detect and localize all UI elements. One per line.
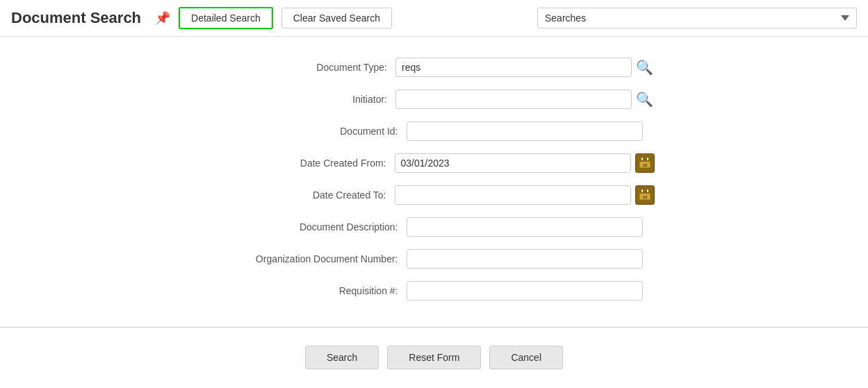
input-wrap-document-id — [407, 121, 643, 141]
label-document-type: Document Type: — [215, 62, 395, 73]
calendar-icon[interactable]: 12 — [635, 153, 655, 173]
input-wrap-initiator: 🔍 — [395, 90, 653, 109]
label-initiator: Initiator: — [215, 94, 395, 105]
form-row-document-type: Document Type:🔍 — [0, 58, 868, 77]
form-row-org-document-number: Organization Document Number: — [0, 249, 868, 269]
svg-rect-8 — [647, 189, 648, 192]
detailed-search-button[interactable]: Detailed Search — [179, 7, 273, 29]
search-form: Document Type:🔍Initiator:🔍Document Id:Da… — [0, 37, 868, 320]
search-lookup-icon[interactable]: 🔍 — [636, 91, 653, 108]
input-wrap-document-description — [407, 217, 643, 237]
input-document-description[interactable] — [407, 217, 643, 237]
svg-rect-3 — [647, 158, 648, 160]
svg-text:12: 12 — [642, 163, 647, 167]
label-org-document-number: Organization Document Number: — [226, 253, 407, 264]
input-wrap-date-created-from: 12 — [395, 153, 655, 173]
form-row-initiator: Initiator:🔍 — [0, 90, 868, 109]
form-divider — [0, 327, 868, 328]
input-org-document-number[interactable] — [407, 249, 643, 269]
label-requisition: Requisition #: — [226, 285, 407, 296]
svg-rect-2 — [641, 158, 643, 160]
footer-buttons: Search Reset Form Cancel — [0, 335, 868, 383]
svg-rect-1 — [639, 159, 650, 162]
header: Document Search 📌 Detailed Search Clear … — [0, 0, 868, 37]
label-document-description: Document Description: — [226, 221, 407, 233]
input-wrap-requisition — [407, 281, 643, 301]
clear-saved-search-button[interactable]: Clear Saved Search — [281, 8, 392, 28]
form-row-date-created-to: Date Created To: 12 — [0, 185, 868, 205]
input-document-id[interactable] — [407, 121, 643, 141]
form-row-date-created-from: Date Created From: 12 — [0, 153, 868, 173]
label-date-created-from: Date Created From: — [214, 158, 395, 169]
form-row-requisition: Requisition #: — [0, 281, 868, 301]
pin-icon[interactable]: 📌 — [155, 10, 170, 26]
input-requisition[interactable] — [407, 281, 643, 301]
calendar-icon[interactable]: 12 — [635, 185, 655, 205]
cancel-button[interactable]: Cancel — [489, 346, 563, 369]
input-document-type[interactable] — [395, 58, 632, 77]
input-date-created-to[interactable] — [395, 185, 631, 205]
input-wrap-date-created-to: 12 — [395, 185, 655, 205]
search-button[interactable]: Search — [305, 346, 379, 369]
input-date-created-from[interactable] — [395, 153, 631, 173]
searches-dropdown[interactable]: Searches — [537, 8, 857, 28]
form-row-document-description: Document Description: — [0, 217, 868, 237]
input-initiator[interactable] — [395, 90, 632, 109]
page-title: Document Search — [11, 9, 141, 27]
label-date-created-to: Date Created To: — [214, 189, 395, 201]
svg-text:12: 12 — [642, 195, 647, 199]
label-document-id: Document Id: — [226, 126, 407, 137]
search-lookup-icon[interactable]: 🔍 — [636, 59, 653, 76]
svg-rect-7 — [641, 189, 643, 192]
reset-form-button[interactable]: Reset Form — [387, 346, 481, 369]
svg-rect-6 — [639, 191, 650, 194]
form-row-document-id: Document Id: — [0, 121, 868, 141]
input-wrap-org-document-number — [407, 249, 643, 269]
input-wrap-document-type: 🔍 — [395, 58, 653, 77]
